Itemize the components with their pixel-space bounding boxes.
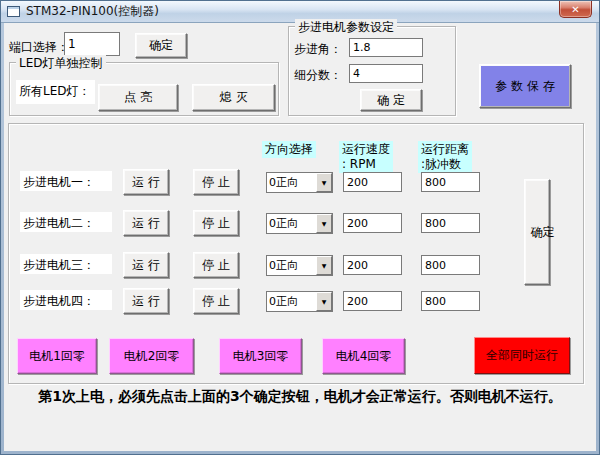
stop-button[interactable]: 停 止	[193, 252, 239, 278]
subdivision-label: 细分数：	[294, 67, 342, 84]
chevron-down-icon: ▼	[322, 262, 327, 269]
save-params-button[interactable]: 参 数 保 存	[479, 64, 571, 108]
direction-value: 0正向	[267, 292, 316, 311]
footer-note: 第1次上电，必须先点击上面的3个确定按钮，电机才会正常运行。否则电机不运行。	[4, 388, 596, 406]
close-button[interactable]: ✕	[559, 1, 592, 18]
run-button[interactable]: 运 行	[123, 210, 169, 236]
param-group-title: 步进电机参数设定	[295, 19, 397, 36]
motor2-zero-button[interactable]: 电机2回零	[109, 338, 194, 374]
dropdown-arrow-button[interactable]: ▼	[316, 214, 332, 233]
chevron-down-icon: ▼	[322, 220, 327, 227]
chevron-down-icon: ▼	[322, 298, 327, 305]
subdivision-input[interactable]	[349, 64, 423, 83]
app-icon	[7, 6, 20, 17]
motor-row: 步进电机二： 运 行 停 止 0正向 ▼	[9, 210, 583, 237]
stop-button[interactable]: 停 止	[193, 169, 239, 195]
stop-button[interactable]: 停 止	[193, 288, 239, 314]
run-button[interactable]: 运 行	[123, 169, 169, 195]
window-title: STM32-PIN100(控制器)	[26, 3, 159, 20]
chevron-down-icon: ▼	[322, 179, 327, 186]
run-all-button[interactable]: 全部同时运行	[474, 337, 570, 374]
stop-button[interactable]: 停 止	[193, 210, 239, 236]
app-window: STM32-PIN100(控制器) ✕ 端口选择： 确定 LED灯单独控制 所有…	[0, 0, 600, 455]
motor-row: 步进电机四： 运 行 停 止 0正向 ▼	[9, 288, 583, 315]
run-button[interactable]: 运 行	[123, 288, 169, 314]
param-confirm-button[interactable]: 确 定	[360, 89, 422, 111]
port-input[interactable]	[64, 32, 120, 56]
dropdown-arrow-button[interactable]: ▼	[316, 173, 332, 192]
direction-value: 0正向	[267, 256, 316, 275]
dropdown-arrow-button[interactable]: ▼	[316, 292, 332, 311]
step-angle-label: 步进角：	[294, 41, 342, 58]
direction-select[interactable]: 0正向 ▼	[266, 255, 333, 276]
confirm-vertical-button[interactable]: 确定	[524, 179, 550, 285]
distance-input[interactable]	[421, 213, 480, 233]
led-on-button[interactable]: 点 亮	[98, 84, 178, 111]
motor-row: 步进电机一： 运 行 停 止 0正向 ▼	[9, 169, 583, 196]
led-off-button[interactable]: 熄 灭	[192, 84, 275, 111]
step-angle-input[interactable]	[349, 38, 423, 57]
motor1-zero-button[interactable]: 电机1回零	[17, 338, 97, 374]
header-direction: 方向选择	[262, 141, 316, 158]
speed-input[interactable]	[343, 213, 402, 233]
speed-input[interactable]	[343, 172, 402, 192]
speed-input[interactable]	[343, 255, 402, 275]
direction-value: 0正向	[267, 173, 316, 192]
close-icon: ✕	[571, 4, 579, 15]
led-group-title: LED灯单独控制	[16, 55, 106, 72]
led-groupbox: LED灯单独控制 所有LED灯： 点 亮 熄 灭	[9, 62, 279, 116]
distance-input[interactable]	[421, 172, 480, 192]
client-area: 端口选择： 确定 LED灯单独控制 所有LED灯： 点 亮 熄 灭 步进电机参数…	[4, 23, 596, 451]
direction-value: 0正向	[267, 214, 316, 233]
motor-label: 步进电机一：	[20, 171, 112, 191]
direction-select[interactable]: 0正向 ▼	[266, 172, 333, 193]
motor-row: 步进电机三： 运 行 停 止 0正向 ▼	[9, 252, 583, 279]
speed-input[interactable]	[343, 291, 402, 311]
direction-select[interactable]: 0正向 ▼	[266, 291, 333, 312]
direction-select[interactable]: 0正向 ▼	[266, 213, 333, 234]
motor-label: 步进电机四：	[20, 290, 112, 310]
dropdown-arrow-button[interactable]: ▼	[316, 256, 332, 275]
distance-input[interactable]	[421, 255, 480, 275]
motor-label: 步进电机二：	[20, 212, 112, 232]
run-button[interactable]: 运 行	[123, 252, 169, 278]
motor4-zero-button[interactable]: 电机4回零	[322, 338, 405, 374]
motor-panel: 方向选择 运行速度: RPM 运行距离:脉冲数 步进电机一： 运 行 停 止 0…	[8, 123, 584, 384]
motor3-zero-button[interactable]: 电机3回零	[219, 338, 302, 374]
distance-input[interactable]	[421, 291, 480, 311]
port-label: 端口选择：	[9, 39, 69, 56]
port-confirm-button[interactable]: 确定	[135, 33, 187, 58]
all-led-label: 所有LED灯：	[16, 80, 95, 104]
param-groupbox: 步进电机参数设定 步进角： 细分数： 确 定	[288, 26, 456, 116]
motor-label: 步进电机三：	[20, 254, 112, 274]
